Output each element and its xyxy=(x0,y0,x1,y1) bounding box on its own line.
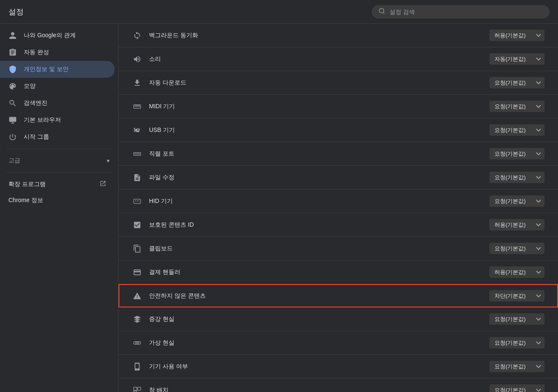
svg-point-11 xyxy=(135,153,136,154)
perm-select-ar[interactable]: 요청(기본값) xyxy=(489,313,544,325)
header: 설정 xyxy=(0,0,558,24)
download-icon xyxy=(132,78,142,88)
perm-label-ar: 증강 현실 xyxy=(149,315,483,323)
svg-rect-19 xyxy=(134,341,141,344)
person-icon xyxy=(8,31,17,40)
midi-icon xyxy=(132,101,142,112)
perm-row-file-edit[interactable]: 파일 수정 요청(기본값) xyxy=(119,166,558,189)
perm-row-auto-download[interactable]: 자동 다운로드 요청(기본값) xyxy=(119,71,558,95)
perm-select-auto-download[interactable]: 요청(기본값) xyxy=(489,77,544,88)
perm-select-background-sync[interactable]: 허용(기본값) xyxy=(489,30,544,41)
palette-icon xyxy=(8,82,17,90)
perm-row-midi[interactable]: MIDI 기기 요청(기본값) xyxy=(119,95,558,118)
clipboard-perm-icon xyxy=(132,244,142,254)
svg-rect-16 xyxy=(135,200,136,201)
sidebar-label-search-engine: 검색엔진 xyxy=(24,99,106,107)
perm-row-clipboard[interactable]: 클립보드 요청(기본값) xyxy=(119,237,558,260)
perm-row-payment[interactable]: 결제 핸들러 허용(기본값) xyxy=(119,260,558,284)
page-title: 설정 xyxy=(8,7,24,17)
perm-label-unsafe-content: 안전하지 않은 콘텐츠 xyxy=(149,292,483,300)
sidebar-item-google-account[interactable]: 나와 Google의 관계 xyxy=(0,27,115,44)
sidebar-label-autofill: 자동 완성 xyxy=(24,49,106,56)
sidebar-item-startup[interactable]: 시작 그룹 xyxy=(0,129,115,145)
perm-row-sound[interactable]: 소리 자동(기본값) xyxy=(119,47,558,71)
perm-select-unsafe-content[interactable]: 차단(기본값) xyxy=(489,290,544,302)
svg-point-14 xyxy=(139,153,140,154)
file-icon xyxy=(132,173,142,183)
perm-row-window-placement[interactable]: 창 배치 요청(기본값) xyxy=(119,378,558,392)
perm-row-drm[interactable]: 보호된 콘텐츠 ID 허용(기본값) xyxy=(119,213,558,237)
sidebar-label-about: Chrome 정보 xyxy=(8,197,106,204)
sidebar-label-privacy: 개인정보 및 보안 xyxy=(24,66,106,73)
sidebar-item-autofill[interactable]: 자동 완성 xyxy=(0,44,115,61)
vr-icon xyxy=(132,338,142,348)
window-icon xyxy=(132,385,142,392)
perm-select-sound[interactable]: 자동(기본값) xyxy=(489,53,544,65)
perm-label-background-sync: 백그라운드 동기화 xyxy=(149,32,483,39)
perm-row-serial-port[interactable]: 직렬 포트 요청(기본값) xyxy=(119,142,558,166)
drm-icon xyxy=(132,220,142,230)
svg-rect-6 xyxy=(135,104,135,107)
perm-label-clipboard: 클립보드 xyxy=(149,245,483,252)
ar-icon xyxy=(132,314,142,324)
search-engine-icon xyxy=(8,99,17,107)
svg-rect-8 xyxy=(138,104,138,107)
perm-row-hid[interactable]: HID 기기 요청(기본값) xyxy=(119,189,558,213)
svg-rect-7 xyxy=(136,104,137,107)
sidebar-divider-2 xyxy=(7,172,111,173)
perm-select-clipboard[interactable]: 요청(기본값) xyxy=(489,243,544,254)
perm-select-usb[interactable]: 요청(기본값) xyxy=(489,124,544,136)
sidebar-label-google-account: 나와 Google의 관계 xyxy=(24,32,106,39)
usb-icon xyxy=(132,125,142,135)
permissions-content: 백그라운드 동기화 허용(기본값) 소리 자동(기본값) 자동 다운로드 요청(… xyxy=(119,24,558,392)
svg-rect-23 xyxy=(138,387,141,390)
perm-select-drm[interactable]: 허용(기본값) xyxy=(489,219,544,230)
search-input[interactable] xyxy=(389,8,543,15)
sidebar-item-appearance[interactable]: 모양 xyxy=(0,78,115,95)
perm-select-serial-port[interactable]: 요청(기본값) xyxy=(489,148,544,159)
svg-rect-2 xyxy=(9,117,17,122)
device-icon xyxy=(132,362,142,372)
sidebar-item-extensions[interactable]: 확장 프로그램 xyxy=(0,176,115,192)
sidebar-item-privacy[interactable]: 개인정보 및 보안 xyxy=(0,61,115,78)
perm-select-file-edit[interactable]: 요청(기본값) xyxy=(489,172,544,183)
perm-select-hid[interactable]: 요청(기본값) xyxy=(489,195,544,207)
sidebar-label-extensions: 확장 프로그램 xyxy=(8,181,93,188)
perm-select-payment[interactable]: 허용(기본값) xyxy=(489,266,544,278)
perm-select-vr[interactable]: 요청(기본값) xyxy=(489,337,544,348)
svg-rect-9 xyxy=(139,104,140,107)
serial-icon xyxy=(132,149,142,159)
perm-label-sound: 소리 xyxy=(149,55,483,63)
clipboard-icon xyxy=(8,48,17,57)
shield-icon xyxy=(8,65,17,74)
sidebar-item-about[interactable]: Chrome 정보 xyxy=(0,192,115,208)
perm-select-device-usage[interactable]: 요청(기본값) xyxy=(489,361,544,372)
sidebar-label-default-browser: 기본 브라우저 xyxy=(24,116,106,124)
payment-icon xyxy=(132,267,142,277)
perm-row-ar[interactable]: 증강 현실 요청(기본값) xyxy=(119,307,558,331)
perm-row-unsafe-content[interactable]: 안전하지 않은 콘텐츠 차단(기본값) xyxy=(119,284,558,307)
sidebar-section-advanced[interactable]: 고급 ▾ xyxy=(0,153,118,169)
power-icon xyxy=(8,133,17,141)
svg-rect-22 xyxy=(134,387,137,390)
perm-row-usb[interactable]: USB 기기 요청(기본값) xyxy=(119,118,558,142)
perm-label-serial-port: 직렬 포트 xyxy=(149,150,483,158)
perm-row-device-usage[interactable]: 기기 사용 여부 요청(기본값) xyxy=(119,355,558,378)
perm-label-drm: 보호된 콘텐츠 ID xyxy=(149,221,483,229)
perm-label-usb: USB 기기 xyxy=(149,126,483,134)
svg-line-1 xyxy=(383,12,384,14)
perm-select-midi[interactable]: 요청(기본값) xyxy=(489,101,544,112)
svg-rect-17 xyxy=(137,200,138,201)
perm-label-midi: MIDI 기기 xyxy=(149,103,483,110)
search-icon xyxy=(378,8,385,16)
perm-row-background-sync[interactable]: 백그라운드 동기화 허용(기본값) xyxy=(119,24,558,47)
main-layout: 나와 Google의 관계 자동 완성 개인정보 및 보안 모양 검색엔진 xyxy=(0,24,558,392)
svg-point-12 xyxy=(136,153,137,154)
sidebar-item-default-browser[interactable]: 기본 브라우저 xyxy=(0,112,115,129)
perm-label-device-usage: 기기 사용 여부 xyxy=(149,363,483,370)
perm-label-hid: HID 기기 xyxy=(149,197,483,205)
perm-row-vr[interactable]: 가상 현실 요청(기본값) xyxy=(119,331,558,355)
perm-select-window-placement[interactable]: 요청(기본값) xyxy=(489,384,544,392)
sidebar: 나와 Google의 관계 자동 완성 개인정보 및 보안 모양 검색엔진 xyxy=(0,24,119,392)
sidebar-item-search-engine[interactable]: 검색엔진 xyxy=(0,95,115,112)
